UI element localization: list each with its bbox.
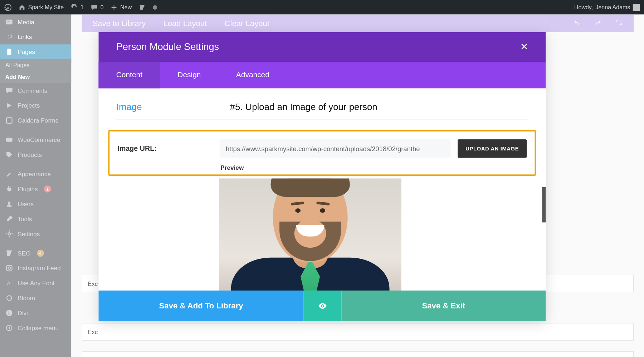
sidebar-item-instagram[interactable]: Instagram Feed [0,261,71,276]
sidebar-item-woocommerce[interactable]: WooCommerce [0,132,71,147]
yoast-icon[interactable] [139,4,146,11]
wp-admin-bar-right: Howdy, Jenna Adams [574,4,640,11]
tab-advanced[interactable]: Advanced [219,62,287,88]
sidebar-item-caldera[interactable]: Caldera Forms [0,113,71,128]
app-root: Spark My Site 1 0 New Howdy, Jenna Adams [0,0,644,357]
svg-point-10 [7,296,11,300]
svg-text:D: D [8,311,10,315]
module-settings-modal: Person Module Settings ✕ Content Design … [99,32,546,321]
tab-design[interactable]: Design [160,62,218,88]
sidebar-item-label: Settings [18,230,40,238]
sidebar-item-label: Pages [18,48,35,55]
toolbar-save-library[interactable]: Save to Library [92,19,146,28]
new-label: New [120,4,132,10]
sidebar-item-label: Products [18,151,42,158]
page-canvas: Save to Library Load Layout Clear Layout… [71,15,644,357]
svg-rect-3 [6,118,12,123]
sidebar-sub-all-pages[interactable]: All Pages [0,59,71,71]
sidebar-item-collapse[interactable]: Collapse menu [0,321,71,336]
howdy-prefix: Howdy, [574,4,593,10]
sidebar-item-users[interactable]: Users [0,197,71,212]
sidebar-item-projects[interactable]: Projects [0,98,71,113]
sidebar-item-label: Users [18,200,34,208]
howdy-name: Jenna Adams [595,4,630,10]
svg-point-8 [8,267,11,269]
person-portrait-icon [219,178,401,291]
button-label: Save & Exit [422,301,465,311]
modal-title: Person Module Settings [116,41,219,53]
builder-toolbar: Save to Library Load Layout Clear Layout [82,15,634,32]
sidebar-item-label: Links [18,33,32,40]
sidebar-item-label: Use Any Font [18,279,54,287]
sidebar-item-label: WooCommerce [18,136,60,143]
undo-icon[interactable] [573,18,581,28]
section-note: #5. Upload an Image of your person [230,101,377,112]
panel-excerpt-b: Exc [82,323,634,341]
preview-eye-button[interactable] [304,291,342,321]
sidebar-item-comments[interactable]: Comments [0,83,71,98]
updates-link[interactable]: 1 [71,4,84,11]
sidebar-item-divi[interactable]: DDivi [0,306,71,321]
site-home-link[interactable]: Spark My Site [19,4,64,11]
wp-logo-icon[interactable] [4,4,11,11]
sidebar-item-label: Bloom [18,294,35,302]
sidebar-item-plugins[interactable]: Plugins1 [0,182,71,197]
section-link-image[interactable]: Image [116,101,142,112]
sidebar-item-media[interactable]: Media [0,15,71,30]
image-url-label: Image URL: [117,145,213,153]
wp-admin-bar-left: Spark My Site 1 0 New [4,4,157,11]
panel-label: Exc [88,280,98,287]
preview-label: Preview [220,164,527,171]
site-name: Spark My Site [28,4,64,10]
plugins-badge: 1 [44,185,51,193]
sidebar-item-label: Appearance [18,170,51,178]
sidebar-item-label: Collapse menu [18,324,59,332]
sidebar-item-links[interactable]: Links [0,29,71,44]
modal-tabs: Content Design Advanced [99,62,546,88]
eye-icon [318,301,327,311]
toolbar-clear-layout[interactable]: Clear Layout [224,19,269,28]
sidebar-item-label: Media [18,19,34,26]
sidebar-item-label: SEO [18,250,30,257]
history-icon[interactable] [615,18,623,28]
new-content-link[interactable]: New [111,4,132,11]
sidebar-item-pages[interactable]: Pages [0,44,71,59]
sidebar-item-label: Tools [18,215,32,223]
sidebar-item-use-any-font[interactable]: AUse Any Font [0,276,71,291]
sidebar-item-products[interactable]: Products [0,147,71,162]
sidebar-item-bloom[interactable]: Bloom [0,291,71,306]
sidebar-item-seo[interactable]: SEO4 [0,246,71,261]
sidebar-item-label: Divi [18,309,28,317]
sidebar-sub-add-new[interactable]: Add New [0,71,71,83]
comments-link[interactable]: 0 [91,4,104,11]
svg-point-5 [8,202,11,204]
image-url-input[interactable] [220,139,451,158]
svg-rect-4 [6,138,13,142]
panel-label: Exc [88,328,98,336]
save-exit-button[interactable]: Save & Exit [341,291,546,321]
updates-count: 1 [80,4,84,10]
tab-label: Design [177,71,201,80]
svg-text:A: A [7,280,11,286]
tab-content[interactable]: Content [99,62,160,88]
toolbar-load-layout[interactable]: Load Layout [163,19,207,28]
admin-sidebar: Media Links Pages All Pages Add New Comm… [0,15,71,357]
sidebar-item-label: Instagram Feed [18,264,61,272]
panel-custom-fields[interactable]: Custom Fields [82,351,634,357]
save-add-library-button[interactable]: Save & Add To Library [99,291,304,321]
redo-icon[interactable] [594,18,602,28]
close-icon[interactable]: ✕ [520,41,528,53]
seo-badge: 4 [37,250,44,257]
sidebar-item-label: Projects [18,102,40,109]
howdy-user[interactable]: Howdy, Jenna Adams [574,4,640,11]
panel-label: Custom Fields [88,356,130,357]
status-dot-icon [153,5,157,9]
highlight-box: Image URL: UPLOAD AN IMAGE Preview [108,130,536,176]
modal-header: Person Module Settings ✕ [99,32,546,62]
sidebar-item-appearance[interactable]: Appearance [0,167,71,182]
sidebar-item-tools[interactable]: Tools [0,212,71,227]
upload-image-button[interactable]: UPLOAD AN IMAGE [458,139,527,158]
modal-scrollbar[interactable] [542,187,546,222]
sidebar-item-settings[interactable]: Settings [0,226,71,241]
comments-count: 0 [101,4,104,10]
